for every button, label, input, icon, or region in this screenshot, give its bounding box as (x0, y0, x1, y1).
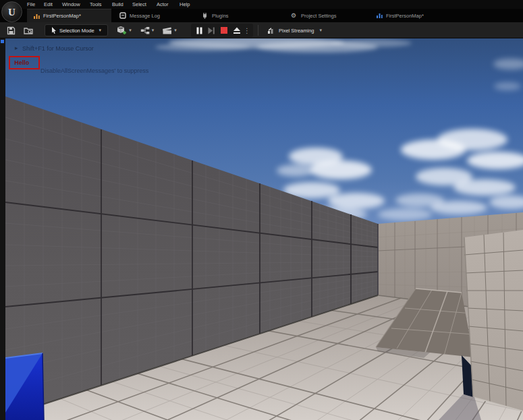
pie-game-viewport[interactable]: ▸ Shift+F1 for Mouse Cursor DisableAllSc… (0, 38, 523, 420)
tab-label: FirstPersonMap* (386, 13, 424, 19)
save-button[interactable] (5, 24, 16, 36)
tab-firstpersonmap-active[interactable]: FirstPersonMap* (27, 9, 111, 22)
menu-actor[interactable]: Actor (154, 0, 171, 9)
blue-cube (5, 353, 44, 420)
tab-label: FirstPersonMap* (43, 13, 81, 19)
hello-debug-message-box: Hello (9, 56, 40, 69)
level-editor-toolbar: Selection Mode ▾ ▾ ▾ ▾ ⋮ (0, 22, 523, 38)
content-browser-icon (24, 26, 33, 35)
unreal-engine-logo-icon[interactable]: U (1, 1, 22, 22)
play-options-button[interactable]: ⋮ (244, 24, 250, 36)
tab-plugins[interactable]: Plugins (196, 9, 235, 22)
chevron-down-icon: ▾ (99, 28, 102, 33)
plugin-icon (202, 12, 209, 19)
stop-button[interactable] (219, 24, 229, 36)
tab-message-log[interactable]: Message Log (113, 9, 166, 22)
save-icon (7, 26, 16, 35)
hint-arrow-icon: ▸ (15, 44, 18, 51)
selection-mode-label: Selection Mode (59, 28, 94, 34)
cursor-icon (51, 27, 57, 34)
content-browser-button[interactable] (22, 24, 34, 36)
message-log-icon (119, 12, 126, 19)
pie-focus-marker (1, 40, 4, 43)
toolbar-separator (258, 25, 258, 36)
menu-select[interactable]: Select (130, 0, 149, 9)
project-settings-gear-icon: ⚙ (291, 12, 298, 19)
add-cube-icon (117, 26, 127, 35)
blueprints-button[interactable]: ▾ (139, 24, 155, 36)
menu-tools[interactable]: Tools (87, 0, 105, 9)
tab-label: Project Settings (301, 13, 337, 19)
right-panel-wall (464, 230, 523, 411)
menu-help[interactable]: Help (177, 0, 192, 9)
menu-file[interactable]: File (24, 0, 38, 9)
chevron-down-icon: ▾ (174, 28, 177, 33)
mouse-cursor-hint-text: Shift+F1 for Mouse Cursor (22, 45, 94, 52)
frame-skip-icon (208, 27, 215, 34)
chevron-down-icon: ▾ (152, 28, 155, 33)
tab-project-settings[interactable]: ⚙ Project Settings (285, 9, 343, 22)
tab-label: Plugins (212, 13, 229, 19)
pixel-streaming-label: Pixel Streaming (279, 28, 314, 34)
clapperboard-icon (162, 26, 172, 34)
menu-build[interactable]: Build (109, 0, 126, 9)
eject-icon (233, 27, 241, 34)
add-actor-button[interactable]: ▾ (115, 24, 133, 36)
stop-icon (221, 27, 227, 34)
pixel-streaming-icon (267, 27, 275, 34)
pause-icon (196, 27, 202, 34)
menu-edit[interactable]: Edit (41, 0, 55, 9)
main-menu-bar: File Edit Window Tools Build Select Acto… (0, 0, 523, 9)
blueprint-node-icon (140, 26, 150, 34)
level-modified-orange-icon (33, 13, 40, 20)
pause-button[interactable] (194, 24, 204, 36)
3d-scene (0, 38, 523, 420)
tab-firstpersonmap-2[interactable]: FirstPersonMap* (370, 9, 430, 22)
selection-mode-dropdown[interactable]: Selection Mode ▾ (45, 24, 108, 36)
hello-debug-text: Hello (14, 59, 29, 66)
viewport-left-gutter (0, 38, 5, 420)
chevron-down-icon: ▾ (320, 28, 323, 33)
eject-button[interactable] (231, 24, 242, 36)
chevron-down-icon: ▾ (129, 28, 132, 33)
menu-window[interactable]: Window (59, 0, 83, 9)
unreal-editor-window: File Edit Window Tools Build Select Acto… (0, 0, 523, 420)
tab-label: Message Log (130, 13, 160, 19)
cinematics-button[interactable]: ▾ (161, 24, 178, 36)
pixel-streaming-dropdown[interactable]: Pixel Streaming ▾ (267, 24, 322, 36)
frame-skip-button[interactable] (207, 24, 216, 36)
asset-tab-bar: FirstPersonMap* Message Log Plugins ⚙ Pr… (0, 9, 523, 22)
suppress-message-text: DisableAllScreenMessages' to suppress (40, 67, 148, 74)
level-blue-icon (376, 12, 383, 19)
